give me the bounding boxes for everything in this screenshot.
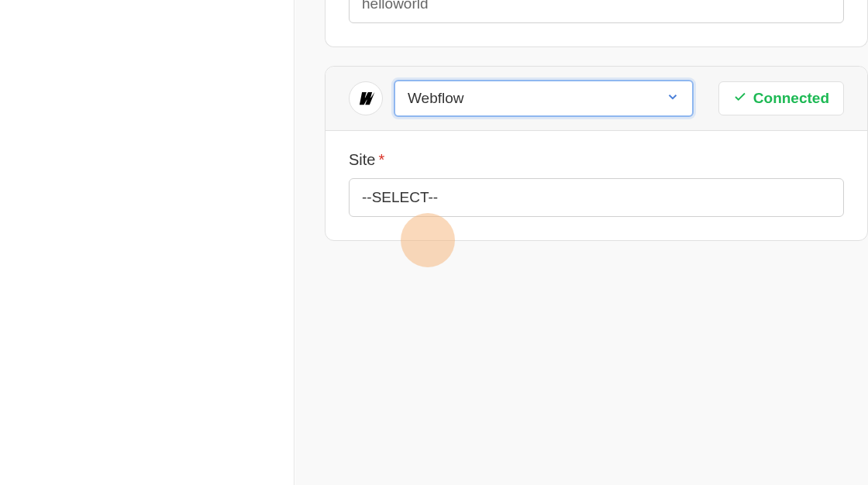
top-card: helloworld bbox=[325, 0, 868, 47]
card-header: Webflow Connected bbox=[326, 67, 867, 131]
main-area: helloworld Webflow bbox=[295, 0, 868, 485]
app-select-dropdown[interactable]: Webflow bbox=[394, 80, 694, 117]
app-select-value: Webflow bbox=[408, 90, 464, 107]
chevron-down-icon bbox=[666, 90, 680, 107]
required-asterisk: * bbox=[378, 151, 384, 169]
check-icon bbox=[733, 90, 747, 107]
site-select-placeholder: --SELECT-- bbox=[362, 189, 438, 206]
webflow-card: Webflow Connected Sit bbox=[325, 66, 868, 241]
site-label-text: Site bbox=[349, 151, 375, 169]
input-value: helloworld bbox=[362, 0, 429, 12]
site-select-dropdown[interactable]: --SELECT-- bbox=[349, 178, 844, 217]
webflow-logo bbox=[349, 81, 383, 115]
site-field-label: Site * bbox=[349, 151, 844, 169]
text-input-field[interactable]: helloworld bbox=[349, 0, 844, 23]
left-panel bbox=[0, 0, 294, 485]
connection-status-text: Connected bbox=[753, 90, 829, 107]
card-body: Site * --SELECT-- bbox=[326, 131, 867, 240]
webflow-logo-icon bbox=[356, 88, 376, 108]
connection-status-badge: Connected bbox=[718, 81, 844, 115]
